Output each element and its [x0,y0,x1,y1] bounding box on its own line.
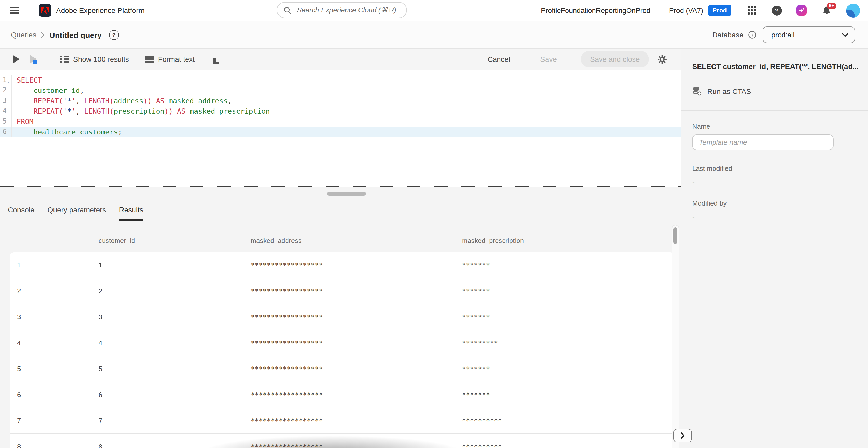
query-editor-page: Adobe Experience Platform ProfileFoundat… [0,0,868,448]
cell-customer-id: 3 [99,313,251,321]
table-row: 66************************* [10,382,674,408]
results-panel: customer_id masked_address masked_prescr… [0,221,681,448]
cell-masked-address: ****************** [251,313,462,321]
row-index: 2 [10,287,99,295]
splitter [0,187,681,200]
help-button[interactable]: ? [771,5,782,15]
line-number: 1⌄ [0,75,12,85]
format-text-icon [146,56,154,63]
search-icon [283,6,292,14]
row-index: 4 [10,339,99,347]
cell-customer-id: 8 [99,443,251,448]
tab-results[interactable]: Results [119,205,143,221]
panel-divider [681,110,868,110]
cell-customer-id: 4 [99,339,251,347]
org-name: ProfileFoundationReportingOnProd [541,6,650,14]
database-label: Database [712,31,743,39]
line-number: 5 [0,116,12,127]
toolbar-actions: Cancel Save Save and close [488,51,668,67]
global-search[interactable] [277,2,407,18]
scrollbar-thumb[interactable] [674,227,678,244]
top-bar: Adobe Experience Platform ProfileFoundat… [0,0,868,21]
editor-section: Show 100 results Format text Cancel Save… [0,49,681,448]
format-text-label: Format text [158,55,195,63]
search-input[interactable] [296,6,400,14]
database-dropdown[interactable]: prod:all [763,27,855,43]
code-line: 2 customer_id, [0,85,681,96]
sql-editor[interactable]: 1⌄SELECT2 customer_id,3 REPEAT('*', LENG… [0,70,681,187]
show-results-button[interactable]: Show 100 results [60,55,129,63]
row-index: 8 [10,443,99,448]
info-icon[interactable] [748,31,756,39]
app-grid-icon [748,6,756,14]
chevron-right-icon [681,433,685,439]
modified-by-label: Modified by [692,199,859,207]
cancel-button[interactable]: Cancel [488,55,510,63]
resize-handle[interactable] [327,192,366,196]
notifications-button[interactable]: 9+ [821,5,832,15]
save-and-close-button[interactable]: Save and close [581,51,649,67]
table-row: 55************************* [10,356,674,382]
environment-name: Prod (VA7) [669,6,704,14]
cell-masked-prescription: ********* [462,339,674,347]
editor-toolbar: Show 100 results Format text Cancel Save… [0,49,681,70]
run-query-button[interactable] [13,55,20,63]
run-as-ctas-label: Run as CTAS [707,87,751,95]
dashed-selection-icon[interactable] [213,55,222,64]
breadcrumb-queries-link[interactable]: Queries [11,31,36,39]
cell-masked-prescription: ********** [462,417,674,424]
code-text: customer_id, [12,85,84,96]
save-button[interactable]: Save [540,55,557,63]
show-results-label: Show 100 results [73,55,129,63]
code-line: 1⌄SELECT [0,75,681,85]
collapse-panel-button[interactable] [674,429,692,442]
hamburger-menu-icon[interactable] [10,7,19,14]
table-row: 11************************* [10,252,674,278]
column-header: masked_address [251,237,462,252]
ai-assistant-button[interactable] [796,5,807,15]
code-text: REPEAT('*', LENGTH(address)) AS masked_a… [12,96,232,106]
adobe-logo-icon [41,7,49,14]
database-add-icon [692,86,702,96]
run-selected-button[interactable] [30,55,39,64]
database-selected-value: prod:all [771,31,795,39]
tab-console[interactable]: Console [8,205,34,221]
main-area: Show 100 results Format text Cancel Save… [0,49,868,448]
index-column-header [10,237,99,252]
cell-masked-address: ****************** [251,261,462,269]
code-text: SELECT [12,75,42,85]
page-help-icon[interactable]: ? [109,30,119,40]
row-index: 5 [10,365,99,373]
fold-chevron-icon[interactable]: ⌄ [7,76,10,86]
app-title: Adobe Experience Platform [56,0,145,21]
column-header: masked_prescription [462,237,681,252]
cell-masked-prescription: ******* [462,313,674,321]
code-line: 5FROM [0,116,681,127]
cell-customer-id: 1 [99,261,251,269]
avatar[interactable] [846,3,860,18]
code-line: 4 REPEAT('*', LENGTH(prescription)) AS m… [0,106,681,116]
modified-by-value: - [692,213,859,221]
breadcrumb-bar: Queries Untitled query ? Database prod:a… [0,21,868,49]
format-text-button[interactable]: Format text [146,55,195,63]
line-number: 2 [0,85,12,96]
bottom-tabs: ConsoleQuery parametersResults [0,200,681,221]
app-switcher-button[interactable] [746,5,757,15]
cell-masked-address: ****************** [251,417,462,424]
line-number: 6 [0,127,12,137]
line-number: 4 [0,106,12,116]
table-row: 44*************************** [10,330,674,356]
code-text: REPEAT('*', LENGTH(prescription)) AS mas… [12,106,270,116]
database-selector-zone: Database prod:all [712,21,855,48]
cell-masked-prescription: ******* [462,261,674,269]
vertical-scrollbar[interactable] [672,225,679,448]
column-header: customer_id [99,237,251,252]
template-name-input[interactable] [692,134,834,150]
prod-badge: Prod [708,5,732,16]
tab-query-parameters[interactable]: Query parameters [48,205,106,221]
run-as-ctas-button[interactable]: Run as CTAS [692,86,751,96]
gear-icon[interactable] [657,54,668,64]
code-text: healthcare_customers; [12,127,122,137]
results-header: customer_id masked_address masked_prescr… [10,221,681,252]
table-row: 33************************* [10,304,674,330]
